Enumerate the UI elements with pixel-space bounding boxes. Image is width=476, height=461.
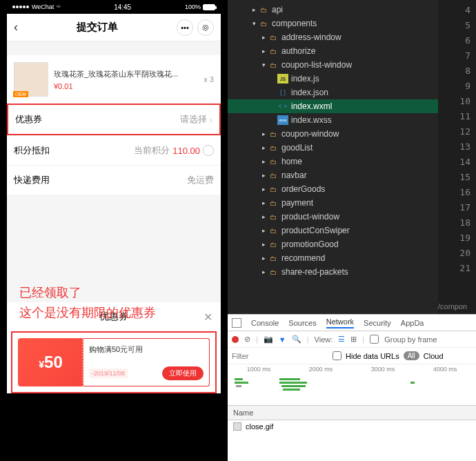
tree-label: share-red-packets: [281, 267, 348, 277]
json-icon: { }: [277, 88, 288, 97]
product-name: 玫瑰花茶_玫瑰花茶山东平阴玫瑰花...: [54, 69, 198, 79]
network-timeline[interactable]: 1000 ms 2000 ms 3000 ms 4000 ms: [228, 364, 476, 406]
file-explorer[interactable]: ▸🗀api▾🗀components▸🗀address-window▸🗀autho…: [228, 0, 438, 314]
tree-item-coupon-list-window[interactable]: ▾🗀coupon-list-window: [228, 58, 438, 72]
tree-item-authorize[interactable]: ▸🗀authorize: [228, 44, 438, 58]
tree-item-address-window[interactable]: ▸🗀address-window: [228, 30, 438, 44]
use-coupon-button[interactable]: 立即使用: [162, 366, 204, 380]
coupon-amount-area: ¥50: [18, 338, 83, 386]
tree-arrow-icon[interactable]: ▸: [259, 172, 268, 179]
tl-1000: 1000 ms: [247, 366, 271, 373]
breadcrumb: /compon: [438, 302, 476, 311]
folder-icon: 🗀: [268, 239, 279, 249]
coupon-card[interactable]: ¥50 购物满50元可用 -2019/11/08 立即使用: [18, 338, 210, 386]
file-name: close.gif: [246, 422, 273, 431]
tree-item-recommend[interactable]: ▸🗀recommend: [228, 251, 438, 265]
folder-icon: 🗀: [268, 46, 279, 56]
back-button[interactable]: ‹: [14, 20, 18, 35]
tree-label: home: [281, 157, 302, 166]
tree-arrow-icon[interactable]: ▸: [259, 158, 268, 165]
target-button[interactable]: ◎: [197, 19, 214, 36]
tree-arrow-icon[interactable]: ▸: [259, 48, 268, 55]
coupon-row[interactable]: 优惠券 请选择 ›: [7, 104, 221, 135]
folder-icon: 🗀: [268, 157, 279, 166]
tree-item-components[interactable]: ▾🗀components: [228, 17, 438, 30]
tab-appdata[interactable]: AppDa: [401, 319, 424, 327]
tree-arrow-icon[interactable]: ▸: [259, 186, 268, 193]
filter-row: Hide data URLs All Cloud: [228, 348, 476, 364]
filter-cloud[interactable]: Cloud: [424, 352, 444, 360]
tree-item-api[interactable]: ▸🗀api: [228, 3, 438, 17]
page-title: 提交订单: [77, 21, 118, 34]
tree-arrow-icon[interactable]: ▸: [259, 268, 268, 275]
search-icon[interactable]: 🔍: [292, 335, 301, 344]
tree-item-index-js[interactable]: JSindex.js: [228, 72, 438, 86]
product-row[interactable]: OEM 玫瑰花茶_玫瑰花茶山东平阴玫瑰花... ¥0.01 x 3: [7, 55, 221, 104]
tree-item-promotionGood[interactable]: ▸🗀promotionGood: [228, 237, 438, 251]
tree-label: index.wxss: [291, 115, 332, 125]
product-qty: x 3: [204, 75, 214, 84]
line-number: 4: [444, 3, 470, 18]
line-number: 21: [444, 261, 470, 276]
tree-label: index.js: [291, 74, 319, 84]
tree-item-orderGoods[interactable]: ▸🗀orderGoods: [228, 182, 438, 196]
tree-item-index-wxml[interactable]: < >index.wxml: [228, 99, 438, 113]
tree-item-index-wxss[interactable]: wxssindex.wxss: [228, 113, 438, 127]
carrier-label: WeChat: [32, 3, 54, 10]
folder-icon: 🗀: [268, 212, 279, 222]
tab-network[interactable]: Network: [326, 317, 354, 328]
grid-view-icon[interactable]: ⊞: [350, 335, 357, 344]
tree-arrow-icon[interactable]: ▾: [250, 20, 258, 27]
tree-item-share-red-packets[interactable]: ▸🗀share-red-packets: [228, 265, 438, 279]
filter-input[interactable]: [232, 352, 328, 360]
tree-item-coupon-window[interactable]: ▸🗀coupon-window: [228, 127, 438, 141]
tree-item-productConSwiper[interactable]: ▸🗀productConSwiper: [228, 224, 438, 237]
folder-icon: 🗀: [258, 5, 269, 14]
points-row[interactable]: 积分抵扣 当前积分 110.00: [7, 135, 221, 165]
line-number: 19: [444, 230, 470, 246]
filter-all[interactable]: All: [404, 351, 419, 360]
tree-arrow-icon[interactable]: ▾: [259, 61, 268, 68]
network-row[interactable]: close.gif: [228, 420, 476, 433]
points-label: 积分抵扣: [14, 144, 50, 157]
tree-arrow-icon[interactable]: ▸: [259, 130, 268, 137]
tree-arrow-icon[interactable]: ▸: [259, 199, 268, 206]
list-view-icon[interactable]: ☰: [338, 335, 345, 344]
tl-2000: 2000 ms: [309, 366, 333, 373]
camera-icon[interactable]: 📷: [264, 335, 273, 344]
tree-item-index-json[interactable]: { }index.json: [228, 86, 438, 99]
tree-arrow-icon[interactable]: ▸: [259, 241, 268, 248]
clear-icon[interactable]: ⊘: [244, 335, 250, 344]
tree-item-product-window[interactable]: ▸🗀product-window: [228, 210, 438, 224]
more-button[interactable]: •••: [177, 19, 193, 36]
close-icon[interactable]: ✕: [204, 311, 212, 324]
inspect-icon[interactable]: [232, 318, 241, 328]
radio-icon[interactable]: [203, 145, 214, 156]
coupon-highlight-box: ¥50 购物满50元可用 -2019/11/08 立即使用: [11, 331, 217, 393]
tree-label: product-window: [281, 212, 339, 222]
tree-arrow-icon[interactable]: ▸: [259, 34, 268, 41]
tree-label: index.json: [291, 88, 328, 97]
tab-console[interactable]: Console: [251, 319, 279, 327]
tree-arrow-icon[interactable]: ▸: [259, 227, 268, 234]
tree-item-payment[interactable]: ▸🗀payment: [228, 196, 438, 210]
folder-icon: 🗀: [268, 253, 279, 263]
tab-security[interactable]: Security: [364, 319, 391, 327]
tree-item-navbar[interactable]: ▸🗀navbar: [228, 168, 438, 182]
filter-icon[interactable]: ▼: [279, 335, 286, 344]
tree-item-goodList[interactable]: ▸🗀goodList: [228, 141, 438, 155]
shipping-label: 快递费用: [14, 174, 50, 186]
group-checkbox[interactable]: [370, 335, 379, 344]
tab-sources[interactable]: Sources: [288, 319, 316, 327]
tree-arrow-icon[interactable]: ▸: [259, 213, 268, 220]
record-button[interactable]: [232, 336, 239, 343]
tree-arrow-icon[interactable]: ▸: [259, 144, 268, 151]
hide-urls-checkbox[interactable]: [333, 351, 341, 360]
line-number: 5: [444, 18, 470, 33]
annotation-line2: 这个是没有期限的优惠券: [19, 303, 156, 323]
tree-arrow-icon[interactable]: ▸: [250, 6, 258, 13]
tree-arrow-icon[interactable]: ▸: [259, 255, 268, 262]
name-column-header[interactable]: Name: [228, 406, 476, 420]
folder-icon: 🗀: [268, 170, 279, 180]
tree-item-home[interactable]: ▸🗀home: [228, 155, 438, 168]
